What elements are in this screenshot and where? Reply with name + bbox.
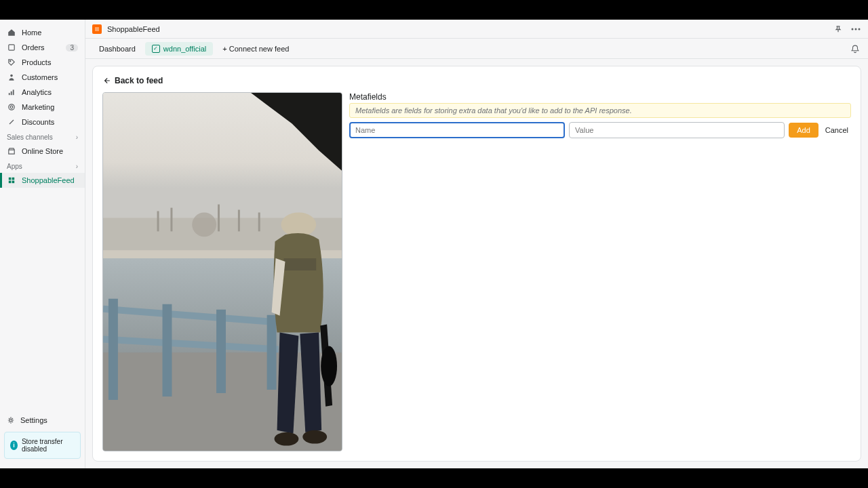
svg-point-19 <box>192 212 216 237</box>
main-area: ShoppableFeed Dashboard ✓ wdnn_official … <box>85 20 868 468</box>
nav-label: Products <box>22 58 78 66</box>
store-icon <box>7 146 16 156</box>
analytics-icon <box>7 87 16 97</box>
svg-rect-9 <box>12 178 15 180</box>
pin-icon[interactable] <box>833 24 844 35</box>
svg-point-36 <box>281 212 317 237</box>
tab-label: wdnn_official <box>163 45 206 53</box>
svg-rect-10 <box>9 181 12 184</box>
sidebar: Home Orders 3 Products Customers Analy <box>0 20 85 468</box>
section-label: Apps <box>7 163 22 170</box>
svg-rect-4 <box>11 92 12 95</box>
metafield-form: Add Cancel <box>349 122 851 138</box>
panel: Back to feed <box>92 66 861 462</box>
discounts-icon <box>7 117 16 127</box>
svg-rect-21 <box>170 208 172 232</box>
media-preview <box>102 92 342 451</box>
nav-label: Marketing <box>22 103 78 111</box>
chevron-right-icon: › <box>76 134 78 141</box>
tab-connect[interactable]: + Connect new feed <box>216 42 296 56</box>
nav-marketing[interactable]: Marketing <box>0 100 85 115</box>
app-header: ShoppableFeed <box>85 20 868 39</box>
svg-rect-23 <box>238 210 240 232</box>
cancel-button[interactable]: Cancel <box>823 123 851 138</box>
svg-point-1 <box>10 61 11 62</box>
svg-point-7 <box>10 106 13 108</box>
svg-rect-0 <box>9 45 14 50</box>
nav-settings[interactable]: Settings <box>0 413 85 428</box>
nav-label: Orders <box>22 43 60 52</box>
metafield-name-input[interactable] <box>349 122 565 138</box>
settings-label: Settings <box>20 416 47 424</box>
add-button[interactable]: Add <box>789 123 818 138</box>
svg-point-14 <box>852 28 854 30</box>
nav-label: ShoppableFeed <box>22 176 78 184</box>
app-icon <box>7 176 16 185</box>
arrow-left-icon <box>102 77 111 85</box>
home-icon <box>7 28 16 37</box>
products-icon <box>7 58 16 67</box>
tab-dashboard[interactable]: Dashboard <box>92 42 142 56</box>
orders-badge: 3 <box>66 44 78 52</box>
apps-header[interactable]: Apps › <box>0 159 85 173</box>
tab-feed[interactable]: ✓ wdnn_official <box>145 42 213 56</box>
nav-label: Analytics <box>22 88 78 96</box>
nav-shoppablefeed[interactable]: ShoppableFeed <box>0 173 85 188</box>
nav-label: Home <box>22 28 78 37</box>
svg-rect-11 <box>12 181 15 184</box>
section-label: Sales channels <box>7 134 53 141</box>
svg-rect-8 <box>9 178 12 180</box>
more-icon[interactable] <box>850 24 861 35</box>
orders-icon <box>7 43 16 52</box>
svg-rect-37 <box>283 258 316 270</box>
nav-analytics[interactable]: Analytics <box>0 85 85 100</box>
gear-icon <box>7 416 15 424</box>
svg-rect-20 <box>157 211 159 232</box>
nav-online-store[interactable]: Online Store <box>0 144 85 159</box>
tabs-row: Dashboard ✓ wdnn_official + Connect new … <box>85 39 868 59</box>
svg-rect-3 <box>9 93 10 95</box>
tab-label: Dashboard <box>99 45 136 53</box>
svg-point-2 <box>10 75 13 77</box>
nav-customers[interactable]: Customers <box>0 70 85 85</box>
transfer-banner: i Store transfer disabled <box>4 432 81 459</box>
metafields-description: Metafields are fields for storing extra … <box>349 103 851 118</box>
metafield-value-input[interactable] <box>569 122 785 138</box>
back-link[interactable]: Back to feed <box>102 76 851 85</box>
marketing-icon <box>7 102 16 112</box>
svg-rect-22 <box>218 205 220 232</box>
nav-products[interactable]: Products <box>0 55 85 70</box>
info-icon: i <box>10 441 18 450</box>
nav-label: Discounts <box>22 118 78 126</box>
customers-icon <box>7 73 16 82</box>
app-logo <box>92 24 102 34</box>
svg-point-15 <box>855 28 857 30</box>
svg-rect-24 <box>258 212 260 231</box>
metafields-title: Metafields <box>349 92 851 102</box>
chevron-right-icon: › <box>76 163 78 170</box>
back-label: Back to feed <box>115 76 163 85</box>
app-name: ShoppableFeed <box>107 25 827 33</box>
nav-discounts[interactable]: Discounts <box>0 115 85 129</box>
nav-label: Customers <box>22 73 78 81</box>
svg-point-40 <box>321 346 337 386</box>
svg-rect-5 <box>13 89 14 95</box>
svg-point-12 <box>9 419 12 422</box>
content: Back to feed <box>85 59 868 468</box>
sales-channels-header[interactable]: Sales channels › <box>0 129 85 144</box>
feed-icon: ✓ <box>152 45 160 53</box>
metafields-area: Metafields Metafields are fields for sto… <box>349 92 851 451</box>
nav-home[interactable]: Home <box>0 25 85 40</box>
notifications-icon[interactable] <box>849 43 861 55</box>
tab-label: + Connect new feed <box>222 45 289 53</box>
svg-point-6 <box>9 104 14 110</box>
svg-point-16 <box>859 28 861 30</box>
transfer-text: Store transfer disabled <box>22 438 75 453</box>
nav-orders[interactable]: Orders 3 <box>0 40 85 55</box>
svg-point-39 <box>302 430 327 444</box>
nav-label: Online Store <box>22 147 78 155</box>
svg-point-38 <box>275 432 299 446</box>
